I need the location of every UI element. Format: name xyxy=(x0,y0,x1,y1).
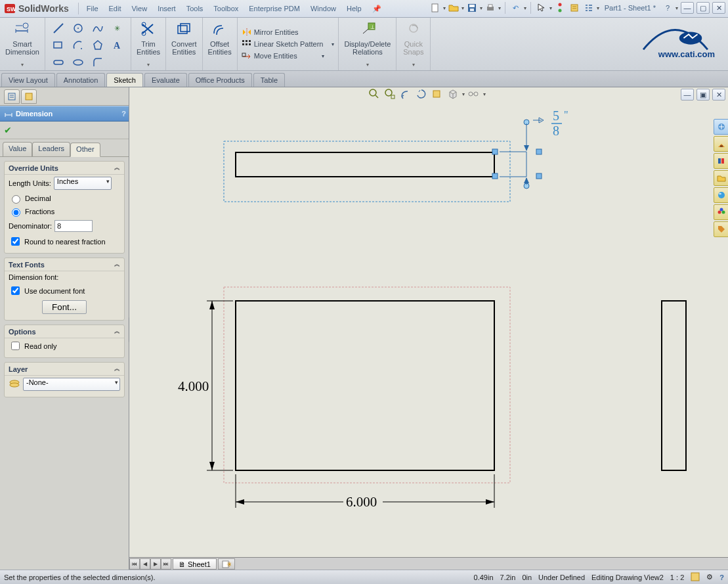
design-library-icon[interactable] xyxy=(714,136,728,152)
circle-icon[interactable] xyxy=(69,20,87,36)
menu-file[interactable]: File xyxy=(81,2,104,16)
property-manager-tab[interactable] xyxy=(21,89,37,104)
ellipse-icon[interactable] xyxy=(69,55,87,70)
point-icon[interactable]: ✳ xyxy=(108,20,127,36)
feature-manager-tab[interactable] xyxy=(4,89,20,104)
save-icon[interactable] xyxy=(467,3,477,13)
mirror-entities-button[interactable]: Mirror Entities xyxy=(242,27,335,37)
menu-view[interactable]: View xyxy=(126,2,152,16)
offset-entities-button[interactable]: Offset Entities xyxy=(203,18,238,70)
help-icon[interactable]: ? xyxy=(662,3,673,13)
smart-dimension-button[interactable]: Smart Dimension▾ xyxy=(0,18,45,70)
text-icon[interactable]: A xyxy=(108,37,127,53)
ok-icon[interactable]: ✔ xyxy=(4,125,12,135)
previous-view-icon[interactable] xyxy=(399,87,412,101)
sheet-tab[interactable]: 🗎Sheet1 xyxy=(173,558,217,570)
menu-pin-icon[interactable]: 📌 xyxy=(367,2,387,16)
collapse-icon[interactable]: ︽ xyxy=(114,327,120,336)
line-icon[interactable] xyxy=(49,20,68,36)
list-icon[interactable] xyxy=(584,3,594,13)
sheet-last[interactable]: ⏭ xyxy=(161,558,171,570)
new-icon[interactable] xyxy=(430,3,440,13)
custom-properties-icon[interactable] xyxy=(714,204,728,220)
round-checkbox[interactable]: Round to nearest fraction xyxy=(5,234,124,249)
handle[interactable] xyxy=(492,173,498,179)
menu-toolbox[interactable]: Toolbox xyxy=(208,2,244,16)
options-icon[interactable] xyxy=(569,3,580,13)
top-view-rect[interactable] xyxy=(236,152,494,177)
height-dimension[interactable]: 4.000 xyxy=(178,301,233,470)
file-explorer-icon[interactable] xyxy=(714,153,728,169)
move-entities-button[interactable]: Move Entities▾ xyxy=(242,51,335,61)
length-units-dropdown[interactable]: Inches xyxy=(54,177,112,190)
quick-snaps-button[interactable]: Quick Snaps▾ xyxy=(396,18,431,70)
polygon-icon[interactable] xyxy=(89,37,107,53)
menu-tools[interactable]: Tools xyxy=(181,2,209,16)
fillet-icon[interactable] xyxy=(89,55,107,70)
arc-icon[interactable] xyxy=(69,37,87,53)
trim-entities-button[interactable]: Trim Entities▾ xyxy=(131,18,166,70)
undo-icon[interactable]: ↶ xyxy=(511,3,521,13)
menu-insert[interactable]: Insert xyxy=(152,2,181,16)
convert-entities-button[interactable]: Convert Entities xyxy=(166,18,203,70)
collapse-icon[interactable]: ︽ xyxy=(114,164,120,172)
section-view-icon[interactable] xyxy=(415,87,428,101)
tab-view-layout[interactable]: View Layout xyxy=(1,73,55,87)
denominator-input[interactable] xyxy=(54,220,93,232)
layer-dropdown[interactable]: -None- xyxy=(23,378,120,391)
collapse-icon[interactable]: ︽ xyxy=(114,260,120,269)
front-view-rect[interactable] xyxy=(236,301,494,470)
rectangle-icon[interactable] xyxy=(49,37,68,53)
resources-icon[interactable] xyxy=(714,119,728,135)
display-relations-button[interactable]: ⊥ Display/Delete Relations▾ xyxy=(339,18,396,70)
select-icon[interactable] xyxy=(536,3,547,13)
traffic-light-icon[interactable] xyxy=(555,3,565,13)
prop-tab-other[interactable]: Other xyxy=(70,143,100,157)
appearances-icon[interactable] xyxy=(714,187,728,203)
menu-enterprise-pdm[interactable]: Enterprise PDM xyxy=(244,2,305,16)
close-button[interactable]: ✕ xyxy=(712,2,725,14)
menu-edit[interactable]: Edit xyxy=(104,2,127,16)
view-palette-icon[interactable] xyxy=(714,170,728,186)
font-button[interactable]: Font... xyxy=(42,300,87,314)
sheet-prev[interactable]: ◀ xyxy=(140,558,150,570)
pm-help-icon[interactable]: ? xyxy=(121,110,126,118)
open-icon[interactable] xyxy=(448,3,459,13)
zoom-area-icon[interactable] xyxy=(383,87,396,101)
collapse-icon[interactable]: ︽ xyxy=(114,365,120,373)
prop-tab-leaders[interactable]: Leaders xyxy=(32,142,70,156)
handle[interactable] xyxy=(492,149,498,154)
display-style-icon[interactable] xyxy=(446,87,460,101)
readonly-checkbox[interactable]: Read only xyxy=(5,338,124,353)
tag-icon[interactable] xyxy=(714,221,728,237)
slot-icon[interactable] xyxy=(49,55,68,70)
side-view-rect[interactable] xyxy=(662,301,686,470)
prop-tab-value[interactable]: Value xyxy=(3,142,32,156)
sheet-first[interactable]: ⏮ xyxy=(129,558,140,570)
status-gear-icon[interactable]: ⚙ xyxy=(706,573,713,581)
spline-icon[interactable] xyxy=(89,20,107,36)
zoom-fit-icon[interactable] xyxy=(368,87,381,101)
add-sheet[interactable]: ✳ xyxy=(218,558,235,570)
fractions-radio[interactable]: Fractions xyxy=(5,205,124,218)
tab-annotation[interactable]: Annotation xyxy=(56,73,106,87)
minimize-button[interactable]: — xyxy=(681,2,694,14)
handle[interactable] xyxy=(536,149,542,154)
tab-table[interactable]: Table xyxy=(253,73,285,87)
menu-window[interactable]: Window xyxy=(305,2,341,16)
tab-evaluate[interactable]: Evaluate xyxy=(144,73,187,87)
view-orientation-icon[interactable] xyxy=(431,87,444,101)
status-help-icon[interactable]: ? xyxy=(719,573,724,581)
width-dimension[interactable]: 6.000 xyxy=(236,474,494,510)
menu-help[interactable]: Help xyxy=(341,2,367,16)
tab-office-products[interactable]: Office Products xyxy=(188,73,252,87)
print-icon[interactable] xyxy=(485,3,496,13)
handle[interactable] xyxy=(536,173,542,179)
hide-show-icon[interactable] xyxy=(467,87,481,101)
status-units-icon[interactable] xyxy=(691,572,700,583)
use-document-font-checkbox[interactable]: Use document font xyxy=(5,283,124,298)
linear-pattern-button[interactable]: Linear Sketch Pattern▾ xyxy=(242,39,335,49)
sheet-next[interactable]: ▶ xyxy=(150,558,161,570)
drawing-canvas[interactable]: — ▣ ✕ xyxy=(129,87,728,570)
maximize-button[interactable]: ▢ xyxy=(696,2,710,14)
